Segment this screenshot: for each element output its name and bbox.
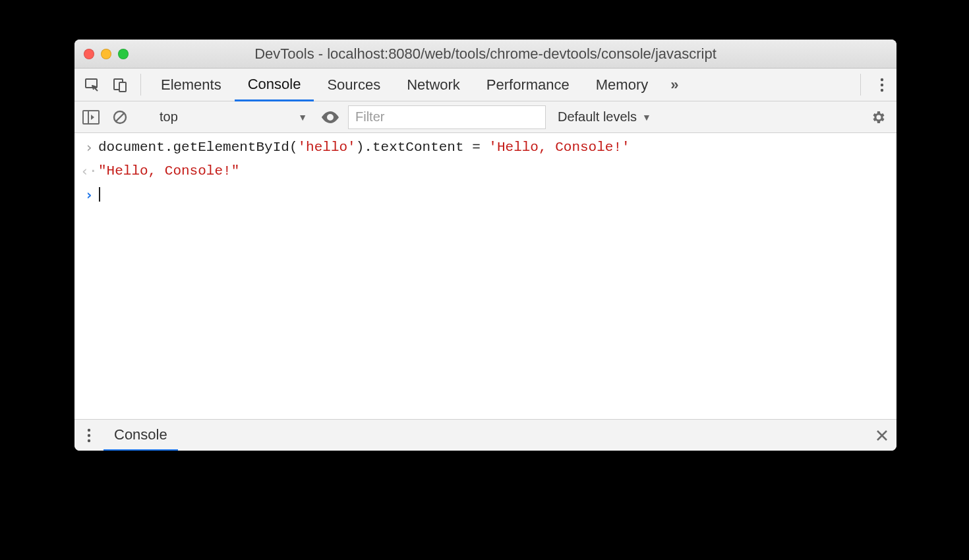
more-tabs-button[interactable]: » bbox=[661, 69, 688, 101]
main-tabs-bar: Elements Console Sources Network Perform… bbox=[74, 69, 896, 101]
svg-point-4 bbox=[881, 83, 883, 86]
divider bbox=[860, 74, 861, 96]
close-drawer-button[interactable] bbox=[867, 429, 896, 442]
zoom-window-button[interactable] bbox=[118, 49, 129, 59]
svg-rect-2 bbox=[119, 82, 126, 92]
divider bbox=[140, 74, 141, 96]
log-level-label: Default levels bbox=[558, 109, 637, 125]
context-selector[interactable]: top ▼ bbox=[154, 105, 312, 129]
console-prompt-input[interactable] bbox=[98, 184, 100, 206]
active-prompt-icon: › bbox=[80, 184, 98, 206]
minimize-window-button[interactable] bbox=[101, 49, 111, 59]
main-menu-button[interactable] bbox=[867, 69, 896, 101]
window-title: DevTools - localhost:8080/web/tools/chro… bbox=[74, 45, 896, 63]
inspect-element-icon[interactable] bbox=[78, 69, 106, 101]
tab-console[interactable]: Console bbox=[235, 69, 314, 101]
result-prompt-icon: ‹· bbox=[80, 160, 98, 182]
svg-line-9 bbox=[116, 113, 124, 121]
console-toolbar: top ▼ Default levels ▼ bbox=[74, 101, 896, 133]
log-level-selector[interactable]: Default levels ▼ bbox=[550, 109, 659, 125]
svg-point-3 bbox=[881, 78, 883, 80]
svg-point-10 bbox=[88, 428, 90, 431]
console-prompt-row[interactable]: › bbox=[74, 183, 896, 207]
drawer-tab-console[interactable]: Console bbox=[103, 420, 178, 451]
close-window-button[interactable] bbox=[84, 49, 94, 59]
console-result-value: "Hello, Console!" bbox=[98, 163, 239, 179]
console-settings-icon[interactable] bbox=[864, 109, 893, 125]
svg-point-12 bbox=[88, 439, 90, 441]
tab-performance[interactable]: Performance bbox=[473, 69, 583, 101]
svg-point-5 bbox=[881, 88, 883, 91]
tab-sources[interactable]: Sources bbox=[314, 69, 394, 101]
console-output[interactable]: › document.getElementById('hello').textC… bbox=[74, 133, 896, 419]
drawer: Console bbox=[74, 419, 896, 451]
chevron-down-icon: ▼ bbox=[642, 112, 651, 123]
console-input-code: document.getElementById('hello').textCon… bbox=[98, 136, 630, 159]
titlebar: DevTools - localhost:8080/web/tools/chro… bbox=[74, 40, 896, 69]
clear-console-icon[interactable] bbox=[107, 105, 132, 130]
window-controls bbox=[84, 49, 129, 59]
drawer-menu-button[interactable] bbox=[74, 428, 103, 443]
live-expression-icon[interactable] bbox=[316, 111, 344, 124]
text-cursor bbox=[99, 187, 100, 202]
filter-input[interactable] bbox=[348, 105, 546, 129]
toggle-device-toolbar-icon[interactable] bbox=[106, 69, 134, 101]
toggle-console-sidebar-icon[interactable] bbox=[78, 105, 103, 130]
tab-elements[interactable]: Elements bbox=[148, 69, 235, 101]
input-prompt-icon: › bbox=[80, 136, 98, 159]
tab-network[interactable]: Network bbox=[394, 69, 473, 101]
devtools-window: DevTools - localhost:8080/web/tools/chro… bbox=[74, 40, 896, 451]
svg-point-11 bbox=[88, 434, 90, 436]
tab-memory[interactable]: Memory bbox=[583, 69, 661, 101]
console-input-row: › document.getElementById('hello').textC… bbox=[74, 136, 896, 159]
context-selector-value: top bbox=[160, 109, 178, 125]
console-result-row: ‹· "Hello, Console!" bbox=[74, 159, 896, 183]
chevron-down-icon: ▼ bbox=[298, 112, 307, 123]
